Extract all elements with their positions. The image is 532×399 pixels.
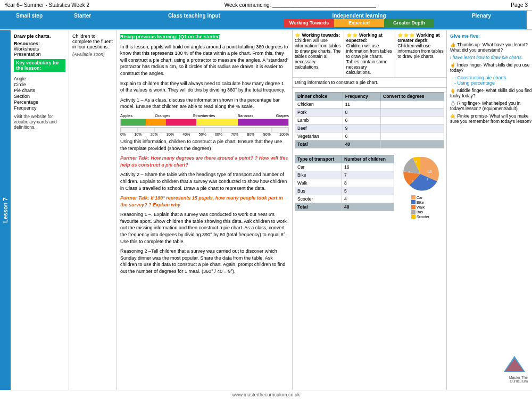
bar-chart-scale-visual: [120, 127, 289, 132]
week-commencing: Week commencing: _______________________…: [225, 2, 376, 8]
column-headers: Small step Starter Class teaching input …: [0, 11, 532, 30]
transport-col-type: Type of transport: [295, 155, 342, 163]
give-five-heading: Give me five:: [450, 34, 532, 39]
index-finger-item: ☝ Index finger- What skills did you use …: [450, 62, 532, 73]
activity-2: Activity 2 – Share the table with the he…: [120, 171, 289, 192]
activity-1: Activity 1 – As a class, discuss the inf…: [120, 97, 289, 110]
vocab-pie-charts: Pie charts: [14, 88, 65, 93]
pie-label-7: 7: [427, 178, 428, 181]
logo-area: Master TheCurriculum: [501, 353, 528, 383]
transport-car-label: Car: [295, 163, 342, 171]
transport-table-wrap: Type of transport Number of children Car…: [295, 153, 394, 219]
index-finger-icon: ☝: [450, 62, 456, 68]
visit-text: Visit the website for vocabulary cards a…: [14, 114, 65, 130]
dinner-veg-freq: 6: [343, 132, 380, 140]
dinner-veg-deg: [381, 132, 444, 140]
legend-scooter-dot: [411, 214, 415, 219]
ring-finger-text: Ring finger- What helped you in today's …: [450, 101, 520, 111]
header-small-step: Small step: [0, 11, 59, 29]
transport-row-car: Car 16: [295, 163, 394, 171]
dinner-veg-label: Vegetarian: [295, 132, 343, 140]
resource-worksheets: Worksheets: [14, 46, 65, 52]
dinner-beef-deg: [381, 124, 444, 132]
starter-text: Children to complete the fluent in four …: [72, 34, 113, 49]
class-para-3: Using this information, children to cons…: [120, 138, 289, 152]
header-class-teaching: Class teaching input: [106, 11, 282, 29]
bar-chart-visual: [120, 119, 289, 126]
dinner-col-choice: Dinner choice: [295, 93, 343, 101]
dinner-lamb-deg: [381, 117, 444, 124]
legend-bike-label: Bike: [417, 201, 424, 204]
legend-car-dot: [411, 195, 415, 200]
legend-car-label: Car: [417, 196, 422, 200]
bar-label-grapes: Grapes: [276, 113, 289, 118]
bar-label-apples: Apples: [120, 113, 132, 118]
top-bar: Year 6– Summer - Statistics Week 2 Week …: [0, 0, 532, 11]
transport-row-bike: Bike 7: [295, 171, 394, 179]
subheader-expected: Expected: [334, 19, 384, 27]
dinner-table: Dinner choice Frequency Convert to degre…: [295, 92, 444, 148]
legend-scooter-label: Scooter: [417, 215, 429, 219]
dinner-pork-freq: 8: [343, 109, 380, 117]
legend-bike: Bike: [411, 200, 429, 204]
legend-scooter: Scooter: [411, 214, 429, 219]
dinner-row-pork: Pork 8: [295, 109, 444, 117]
middle-finger-text: Middle finger- What skills did you find …: [450, 88, 532, 98]
pie-label-8: 8: [412, 180, 413, 183]
bar-strawberries: [166, 119, 196, 126]
dinner-lamb-freq: 6: [343, 117, 380, 124]
dinner-table-area: Dinner choice Frequency Convert to degre…: [293, 88, 446, 390]
dinner-chicken-deg: [381, 101, 444, 109]
dinner-chicken-label: Chicken: [295, 101, 343, 109]
dinner-col-frequency: Frequency: [343, 93, 380, 101]
recap-highlight: Recap previous learning: (Q1 on the star…: [120, 34, 289, 40]
footer-url: www.masterthecurriculum.co.uk: [232, 392, 300, 397]
learnt-text: I have learnt how to draw pie charts.: [450, 55, 532, 60]
pinkie-icon: 🤙: [450, 113, 456, 119]
middle-finger-icon: 🖕: [450, 88, 456, 93]
pie-chart-wrap: 16 7 8 5 4 Car: [396, 153, 444, 219]
bar-chart: Apples Oranges Strawberries Bananas Grap…: [120, 113, 289, 136]
thumbs-up-text: Thumbs up- What have you learnt? What di…: [450, 42, 528, 53]
pie-label-4: 4: [415, 160, 417, 163]
class-teaching-column: Recap previous learning: (Q1 on the star…: [117, 30, 293, 390]
transport-legend: Car Bike Walk: [411, 195, 429, 219]
transport-walk-label: Walk: [295, 179, 342, 187]
middle-finger-item: 🖕 Middle finger- What skills did you fin…: [450, 88, 532, 98]
pinkie-item: 🤙 Pinkie promise- What will you make sur…: [450, 113, 532, 124]
pie-label-5: 5: [409, 170, 410, 173]
working-towards-cell: ⭐ Working towards: Children will use inf…: [293, 30, 344, 77]
legend-bike-dot: [411, 200, 415, 204]
legend-bus: Bus: [411, 210, 429, 214]
legend-walk-dot: [411, 205, 415, 209]
transport-bus-label: Bus: [295, 187, 342, 195]
dinner-row-vegetarian: Vegetarian 6: [295, 132, 444, 140]
legend-walk-label: Walk: [417, 205, 425, 209]
partner-talk-1: Partner Talk: How many degrees are there…: [120, 155, 289, 168]
transport-table: Type of transport Number of children Car…: [295, 155, 394, 211]
vocab-frequency: Frequency: [14, 105, 65, 111]
dinner-pork-deg: [381, 109, 444, 117]
resources-label: Resources:: [14, 41, 65, 46]
vocab-circle: Circle: [14, 82, 65, 87]
transport-section: Type of transport Number of children Car…: [295, 153, 444, 219]
subheader-working-towards: Working Towards: [284, 19, 334, 27]
independent-top-row: ⭐ Working towards: Children will use inf…: [293, 30, 446, 78]
bar-grapes: [238, 119, 288, 126]
pie-label-16: 16: [428, 170, 432, 173]
small-step-column: Draw pie charts. Resources: Worksheets P…: [11, 30, 69, 390]
transport-walk-num: 8: [342, 179, 394, 187]
transport-row-scooter: Scooter 4: [295, 195, 394, 203]
header-independent: Independent learning Working Towards Exp…: [282, 11, 436, 29]
dinner-chicken-freq: 11: [343, 101, 380, 109]
vocab-label: Key vocabulary for the lesson:: [14, 59, 65, 72]
page-number: Page 3: [511, 2, 528, 8]
transport-row-total: Total 40: [295, 203, 394, 211]
bar-bananas: [196, 119, 238, 126]
transport-col-children: Number of children: [342, 155, 394, 163]
transport-car-num: 16: [342, 163, 394, 171]
small-step-title: Draw pie charts.: [14, 34, 65, 39]
available-soon: (Available soon): [72, 52, 113, 57]
class-para-1: In this lesson, pupils will build on ang…: [120, 44, 289, 77]
ring-finger-icon: 💍: [450, 101, 456, 106]
